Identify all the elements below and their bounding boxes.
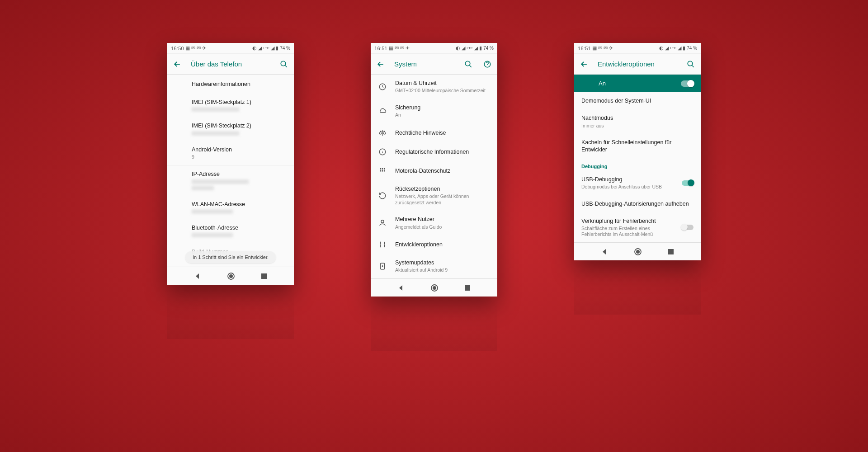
help-button[interactable] <box>482 60 493 68</box>
signal-icon: ◢ <box>474 46 478 51</box>
master-toggle[interactable] <box>681 80 693 87</box>
content-area: Hardwareinformationen IMEI (SIM-Steckpla… <box>167 75 294 267</box>
usb-debug-toggle[interactable] <box>682 180 693 186</box>
screen-title: System <box>394 60 455 68</box>
send-icon: ✈ <box>609 46 613 51</box>
svg-rect-8 <box>380 168 381 170</box>
app-bar: Entwickleroptionen <box>574 54 701 75</box>
item-imei2[interactable]: IMEI (SIM-Steckplatz 2) XXXXXXXXXXXXXXX <box>167 117 294 141</box>
mail-icon-2: ✉ <box>400 46 404 51</box>
nav-recent[interactable] <box>261 273 267 279</box>
svg-point-14 <box>381 220 384 223</box>
nav-home[interactable] <box>634 248 642 256</box>
mail-icon: ✉ <box>191 46 195 51</box>
svg-rect-12 <box>382 170 383 171</box>
wifi-icon: ◢ <box>462 46 465 51</box>
nav-bar <box>167 267 294 285</box>
system-item-1[interactable]: SicherungAn <box>371 99 497 123</box>
master-toggle-row[interactable]: An <box>574 75 701 92</box>
vibrate-icon: ◐ <box>659 46 664 51</box>
item-hardware[interactable]: Hardwareinformationen <box>167 75 294 94</box>
svg-point-19 <box>688 61 693 66</box>
item-wlan-mac[interactable]: WLAN-MAC-Adresse XXXXXXXXXXXXX <box>167 196 294 219</box>
calendar-icon: ▦ <box>592 46 597 51</box>
nav-home[interactable] <box>227 272 235 280</box>
svg-point-0 <box>281 61 286 66</box>
app-bar: Über das Telefon <box>167 54 294 75</box>
back-button[interactable] <box>579 60 590 69</box>
nav-recent[interactable] <box>464 285 471 291</box>
search-button[interactable] <box>463 60 474 68</box>
svg-rect-9 <box>382 168 383 170</box>
svg-point-21 <box>636 250 640 254</box>
lte-label: LTE <box>670 46 676 50</box>
nav-bar <box>574 242 701 260</box>
lte-label: LTE <box>263 46 269 50</box>
mail-icon: ✉ <box>598 46 602 51</box>
battery-icon: ▮ <box>479 46 482 51</box>
system-item-0[interactable]: Datum & UhrzeitGMT+02:00 Mitteleuropäisc… <box>371 75 497 99</box>
clock-icon <box>378 82 387 91</box>
system-item-3[interactable]: Regulatorische Informationen <box>371 142 497 161</box>
item-bluetooth[interactable]: Bluetooth-Adresse XXXXXXXXXXXXX <box>167 219 294 243</box>
update-icon <box>378 262 387 271</box>
svg-rect-13 <box>384 170 385 171</box>
developer-toast: In 1 Schritt sind Sie ein Entwickler. <box>185 251 276 263</box>
grid-icon <box>378 166 387 175</box>
search-button[interactable] <box>685 60 696 68</box>
status-bar: 16:50 ▦ ✉ ✉ ✈ ◐ ◢ LTE ◢ ▮ 74 % <box>167 43 294 54</box>
item-qs-tiles[interactable]: Kacheln für Schnelleinstellungen für Ent… <box>574 134 701 159</box>
nav-home[interactable] <box>430 284 439 292</box>
vibrate-icon: ◐ <box>456 46 460 51</box>
status-bar: 16:51 ▦ ✉ ✉ ✈ ◐ ◢ LTE ◢ ▮ 74 % <box>574 43 701 54</box>
mail-icon-2: ✉ <box>604 46 608 51</box>
nav-back[interactable] <box>397 284 405 292</box>
send-icon: ✈ <box>406 46 410 51</box>
phone-about: 16:50 ▦ ✉ ✉ ✈ ◐ ◢ LTE ◢ ▮ 74 % Über das … <box>167 43 294 285</box>
battery-icon: ▮ <box>276 46 278 51</box>
item-android-version[interactable]: Android-Version 9 <box>167 141 294 165</box>
item-revoke-usb[interactable]: USB-Debugging-Autorisierungen aufheben <box>574 195 701 212</box>
phone-system: 16:51 ▦ ✉ ✉ ✈ ◐ ◢ LTE ◢ ▮ 74 % System Da… <box>371 43 497 297</box>
item-bug-report-shortcut[interactable]: Verknüpfung für Fehlerbericht Schaltfläc… <box>574 212 701 243</box>
item-night-mode[interactable]: Nachtmodus Immer aus <box>574 109 701 133</box>
calendar-icon: ▦ <box>389 46 393 51</box>
svg-point-2 <box>229 274 233 278</box>
nav-back[interactable] <box>194 273 201 280</box>
item-demo-mode[interactable]: Demomodus der System-UI <box>574 92 701 109</box>
master-label: An <box>599 80 606 87</box>
nav-bar <box>371 278 497 297</box>
status-time: 16:50 <box>171 46 184 51</box>
nav-back[interactable] <box>601 248 608 255</box>
calendar-icon: ▦ <box>185 46 190 51</box>
screen-title: Über das Telefon <box>191 60 270 68</box>
content-area: An Demomodus der System-UI Nachtmodus Im… <box>574 75 701 242</box>
system-item-4[interactable]: Motorola-Datenschutz <box>371 161 497 180</box>
wifi-icon: ◢ <box>665 46 669 51</box>
system-item-7[interactable]: Entwickleroptionen <box>371 235 497 254</box>
search-button[interactable] <box>278 60 289 68</box>
item-ip[interactable]: IP-Adresse XXXXXXXXXXXXXXXXXX XXXXXXX <box>167 165 294 195</box>
back-button[interactable] <box>172 60 183 69</box>
status-time: 16:51 <box>578 46 591 51</box>
item-usb-debugging[interactable]: USB-Debugging Debugmodus bei Anschluss ü… <box>574 171 701 195</box>
person-icon <box>378 218 387 227</box>
status-bar: 16:51 ▦ ✉ ✉ ✈ ◐ ◢ LTE ◢ ▮ 74 % <box>371 43 497 54</box>
bug-report-toggle[interactable] <box>682 225 693 230</box>
status-time: 16:51 <box>374 46 387 51</box>
item-imei1[interactable]: IMEI (SIM-Steckplatz 1) XXXXXXXXXXXXXXX <box>167 94 294 117</box>
system-item-5[interactable]: RücksetzoptionenNetzwerk, Apps oder Gerä… <box>371 180 497 211</box>
system-item-8[interactable]: SystemupdatesAktualisiert auf Android 9 <box>371 254 497 278</box>
system-item-6[interactable]: Mehrere NutzerAngemeldet als Guido <box>371 211 497 235</box>
wifi-icon: ◢ <box>258 46 262 51</box>
app-bar: System <box>371 54 497 75</box>
back-button[interactable] <box>375 60 386 69</box>
system-item-2[interactable]: Rechtliche Hinweise <box>371 123 497 142</box>
battery-percent: 74 % <box>483 46 494 51</box>
svg-rect-11 <box>380 170 381 171</box>
mail-icon-2: ✉ <box>197 46 201 51</box>
svg-point-4 <box>465 61 470 66</box>
nav-recent[interactable] <box>668 249 674 255</box>
svg-rect-18 <box>465 285 470 291</box>
signal-icon: ◢ <box>271 46 274 51</box>
